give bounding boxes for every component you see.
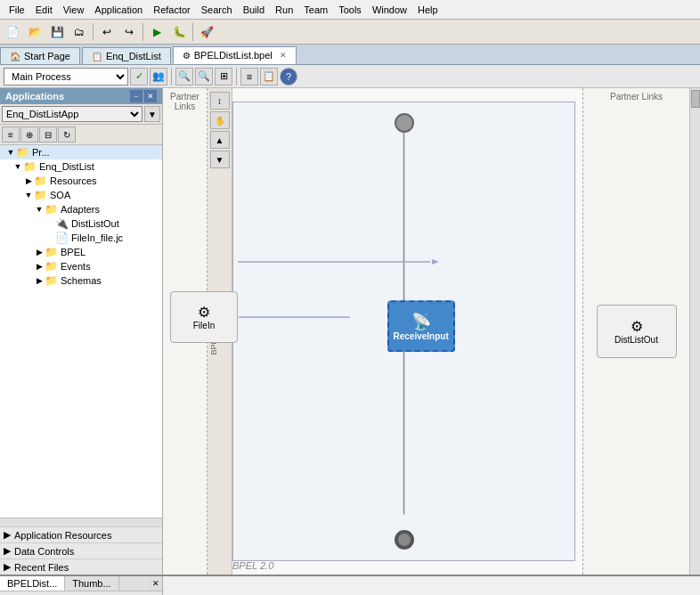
redo-button[interactable]: ↪ xyxy=(118,22,140,42)
refresh-btn[interactable]: ↻ xyxy=(58,126,76,143)
bpel-version-label: BPEL 2.0 xyxy=(232,560,273,571)
enq-toggle[interactable]: ▼ xyxy=(12,162,23,171)
validate-button[interactable]: ✓ xyxy=(130,68,148,86)
tab-close-button[interactable]: ✕ xyxy=(280,51,287,60)
properties-btn[interactable]: 📋 xyxy=(260,68,278,86)
distlistout-node-icon: ⚙ xyxy=(631,318,643,335)
tool-pan[interactable]: ✋ xyxy=(210,111,230,129)
menu-run[interactable]: Run xyxy=(270,3,298,17)
fit-btn[interactable]: ⊞ xyxy=(215,68,232,86)
menu-search[interactable]: Search xyxy=(196,3,238,17)
sep3 xyxy=(192,23,193,41)
enq-label: Enq_DistList xyxy=(39,161,94,172)
tree-hscroll[interactable] xyxy=(0,518,162,526)
open-button[interactable]: 📂 xyxy=(24,22,45,42)
receive-input-node[interactable]: 📡 ReceiveInput xyxy=(387,300,455,352)
tab-bpel-label: BPELDistList.bpel xyxy=(194,50,273,61)
tree-item-events[interactable]: ▶ 📁 Events xyxy=(0,259,162,273)
close-panel-btn[interactable]: ✕ xyxy=(144,90,157,102)
tab-enq-distlist[interactable]: 📋 Enq_DistList xyxy=(82,47,171,64)
tab-bpel-distlist[interactable]: ⚙ BPELDistList.bpel ✕ xyxy=(173,46,297,64)
tree-item-resources[interactable]: ▶ 📁 Resources xyxy=(0,174,162,188)
tool-triangle-up[interactable]: ▲ xyxy=(210,131,230,149)
tree-item-adapters[interactable]: ▼ 📁 Adapters xyxy=(0,202,162,216)
recent-files-section[interactable]: ▶ Recent Files xyxy=(0,558,162,575)
receive-label: ReceiveInput xyxy=(394,331,449,341)
debug-button[interactable]: 🐛 xyxy=(168,22,190,42)
zoom-out-btn[interactable]: 🔍 xyxy=(195,68,213,86)
tool-triangle-down[interactable]: ▼ xyxy=(210,151,230,168)
menu-team[interactable]: Team xyxy=(298,3,333,17)
project-toggle[interactable]: ▼ xyxy=(5,148,16,157)
distlistout-canvas-node[interactable]: ⚙ DistListOut xyxy=(597,305,677,358)
bpel-folder-icon: 📁 xyxy=(45,246,58,258)
filein-node-icon: ⚙ xyxy=(198,304,210,321)
tool-select[interactable]: ↕ xyxy=(210,92,230,110)
zoom-in-btn[interactable]: 🔍 xyxy=(175,68,193,86)
collapse-all-btn[interactable]: ≡ xyxy=(2,126,20,143)
menu-window[interactable]: Window xyxy=(367,3,412,17)
app-menu-btn[interactable]: ▼ xyxy=(144,106,160,122)
bottom-close-btn[interactable]: ✕ xyxy=(150,577,162,590)
data-controls-label: Data Controls xyxy=(14,546,74,557)
bpel-process-area[interactable]: 📡 ReceiveInput xyxy=(232,102,575,561)
thumbnail-area xyxy=(0,591,162,595)
app-dropdown[interactable]: Enq_DistListApp xyxy=(2,106,142,122)
bottom-tab-thumb[interactable]: Thumb... xyxy=(65,576,118,591)
data-controls-section[interactable]: ▶ Data Controls xyxy=(0,542,162,558)
filein-canvas-node[interactable]: ⚙ FileIn xyxy=(170,291,238,343)
app-resources-toggle: ▶ xyxy=(4,529,11,541)
filein-icon: 📄 xyxy=(55,232,69,244)
app-resources-section[interactable]: ▶ Application Resources xyxy=(0,526,162,542)
tree-item-soa[interactable]: ▼ 📁 SOA xyxy=(0,188,162,202)
layout-btn[interactable]: ≡ xyxy=(240,68,258,86)
events-toggle[interactable]: ▶ xyxy=(34,262,45,271)
tree-item-enq-distlist[interactable]: ▼ 📁 Enq_DistList xyxy=(0,159,162,174)
deploy-btn[interactable]: 👥 xyxy=(150,68,167,86)
minimize-btn[interactable]: − xyxy=(130,90,142,102)
save-all-button[interactable]: 🗂 xyxy=(69,22,90,42)
filter-btn[interactable]: ⊟ xyxy=(39,126,57,143)
tree-item-schemas[interactable]: ▶ 📁 Schemas xyxy=(0,273,162,288)
start-node[interactable] xyxy=(395,113,414,133)
distlistout-node-label: DistListOut xyxy=(615,335,658,345)
canvas-vscroll[interactable] xyxy=(689,88,700,575)
new-button[interactable]: 📄 xyxy=(2,22,23,42)
tree-item-project[interactable]: ▼ 📁 Pr... xyxy=(0,145,162,159)
run-button[interactable]: ▶ xyxy=(146,22,167,42)
tree-item-bpel[interactable]: ▶ 📁 BPEL xyxy=(0,245,162,259)
tree-item-filein[interactable]: 📄 FileIn_file.jc xyxy=(0,231,162,245)
menu-file[interactable]: File xyxy=(4,3,30,17)
undo-button[interactable]: ↩ xyxy=(96,22,118,42)
res-toggle[interactable]: ▶ xyxy=(23,176,34,185)
menu-application[interactable]: Application xyxy=(89,3,148,17)
bottom-right-panel xyxy=(163,576,700,595)
expand-all-btn[interactable]: ⊕ xyxy=(20,126,38,143)
tree-item-distlistout[interactable]: 🔌 DistListOut xyxy=(0,216,162,231)
app-resources-label: Application Resources xyxy=(14,530,111,541)
menu-refactor[interactable]: Refactor xyxy=(148,3,196,17)
tab-start-page[interactable]: 🏠 Start Page xyxy=(0,47,80,64)
help-btn[interactable]: ? xyxy=(280,68,297,86)
tree-toolbar: ≡ ⊕ ⊟ ↻ xyxy=(0,125,162,145)
save-button[interactable]: 💾 xyxy=(46,22,68,42)
partner-links-right-label: Partner Links xyxy=(583,88,689,105)
data-controls-toggle: ▶ xyxy=(4,545,11,557)
vscroll-thumb[interactable] xyxy=(691,90,700,108)
menu-help[interactable]: Help xyxy=(412,3,444,17)
bottom-tab-bpel[interactable]: BPELDist... xyxy=(0,576,65,591)
res-icon: 📁 xyxy=(34,175,47,187)
bpel-toggle[interactable]: ▶ xyxy=(34,248,45,257)
deploy-button[interactable]: 🚀 xyxy=(196,22,217,42)
end-node[interactable] xyxy=(395,530,414,550)
soa-toggle[interactable]: ▼ xyxy=(23,191,34,200)
menu-view[interactable]: View xyxy=(58,3,90,17)
menu-build[interactable]: Build xyxy=(238,3,270,17)
ada-toggle[interactable]: ▼ xyxy=(34,205,45,214)
menu-edit[interactable]: Edit xyxy=(30,3,58,17)
process-select[interactable]: Main Process xyxy=(4,68,128,86)
bottom-tab-bar: BPELDist... Thumb... ✕ xyxy=(0,576,162,591)
project-tree: ▼ 📁 Pr... ▼ 📁 Enq_DistList ▶ 📁 Resources… xyxy=(0,145,162,518)
schemas-toggle[interactable]: ▶ xyxy=(34,276,45,285)
menu-tools[interactable]: Tools xyxy=(333,3,367,17)
